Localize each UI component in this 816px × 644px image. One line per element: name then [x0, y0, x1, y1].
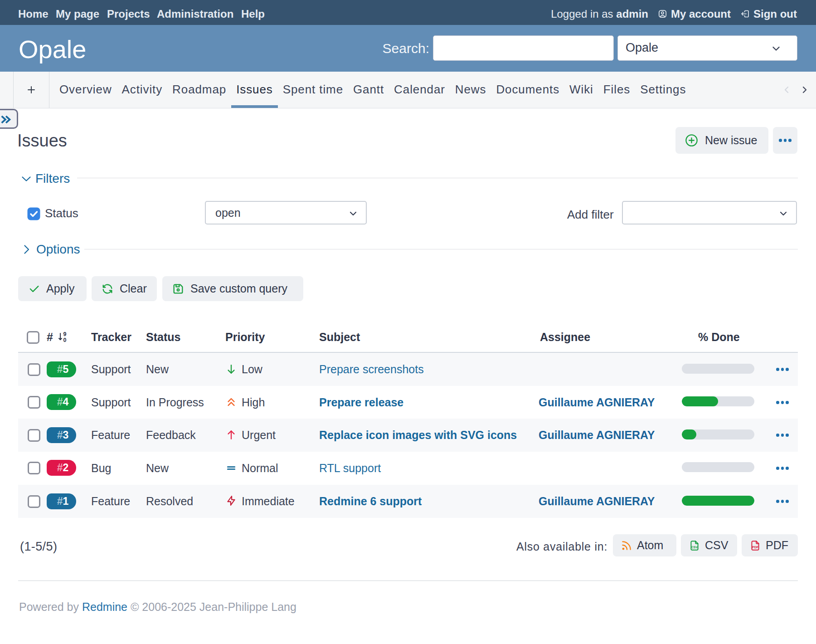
svg-text:0: 0 — [63, 337, 67, 343]
svg-text:PDF: PDF — [752, 545, 759, 548]
svg-text:CSV: CSV — [691, 545, 698, 548]
